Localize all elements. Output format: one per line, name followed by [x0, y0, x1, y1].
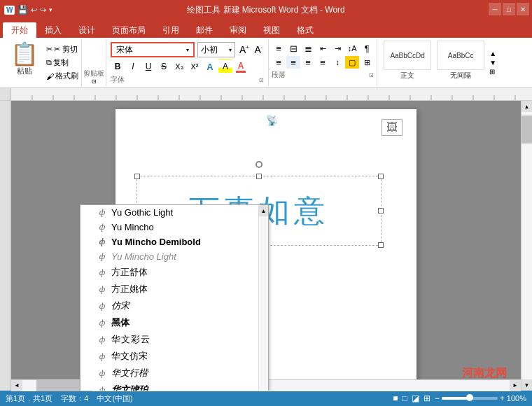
font-icon: ф	[97, 351, 107, 361]
align-center-button[interactable]: ≡	[286, 56, 300, 69]
font-shrink-button[interactable]: A-	[253, 44, 264, 55]
font-icon: ф	[97, 252, 107, 262]
decrease-indent-button[interactable]: ⇤	[316, 42, 330, 55]
font-dropdown-list: ф Yu Gothic Light ф Yu Mincho ф Yu Minch…	[80, 204, 269, 391]
paste-button[interactable]: 📋 粘贴	[6, 41, 43, 85]
tab-mail[interactable]: 邮件	[188, 22, 221, 38]
underline-button[interactable]: U	[141, 59, 155, 74]
clipboard-expand[interactable]: ⊡	[92, 78, 97, 85]
shading-button[interactable]: ▢	[345, 56, 359, 69]
tab-view[interactable]: 视图	[255, 22, 288, 38]
font-item-yuminchodlight[interactable]: ф Yu Mincho Light	[80, 249, 258, 264]
highlight-button[interactable]: A	[218, 59, 232, 74]
styles-scroll-down[interactable]: ▼	[489, 59, 496, 66]
style-normal[interactable]: AaBbCcDd 正文	[383, 41, 432, 85]
close-button[interactable]: ✕	[517, 3, 529, 15]
font-item-yuminchodemibold[interactable]: ф Yu Mincho Demibold	[80, 234, 258, 249]
borders-button[interactable]: ⊞	[360, 56, 374, 69]
view-normal[interactable]: ■	[393, 393, 398, 403]
zoom-in[interactable]: +	[500, 393, 505, 403]
styles-expand[interactable]: ⊞	[489, 68, 496, 76]
vscroll-thumb[interactable]	[522, 115, 532, 144]
format-painter-button[interactable]: 🖌 格式刷	[46, 71, 78, 81]
tab-insert[interactable]: 插入	[36, 22, 70, 38]
font-grow-button[interactable]: A+	[238, 44, 250, 55]
align-right-button[interactable]: ≡	[301, 56, 315, 69]
font-expand[interactable]: ⊡	[259, 77, 264, 83]
view-web[interactable]: ◪	[412, 393, 419, 403]
scrollbar-up[interactable]: ▲	[259, 205, 268, 216]
bold-button[interactable]: B	[111, 59, 125, 74]
font-item-label: 华文仿宋	[111, 350, 148, 363]
handle-tl[interactable]	[134, 174, 140, 179]
sort-button[interactable]: ↕A	[345, 42, 359, 55]
tab-format[interactable]: 格式	[288, 22, 322, 38]
cut-button[interactable]: ✂ ✂ 剪切	[46, 44, 78, 55]
vscroll-down[interactable]: ▼	[522, 379, 532, 391]
font-item-yugothiclight[interactable]: ф Yu Gothic Light	[80, 205, 258, 220]
line-spacing-button[interactable]: ↕	[330, 56, 344, 69]
show-marks-button[interactable]: ¶	[360, 42, 374, 55]
tab-review[interactable]: 审阅	[221, 22, 255, 38]
font-item-fzshu[interactable]: ф 方正舒体	[80, 264, 258, 281]
hscroll-left[interactable]: ◄	[11, 380, 22, 391]
font-color-button[interactable]: A	[234, 59, 248, 74]
copy-button[interactable]: ⧉ 复制	[46, 57, 78, 68]
multilevel-button[interactable]: ≣	[301, 42, 315, 55]
font-item-yumincho[interactable]: ф Yu Mincho	[80, 220, 258, 234]
ribbon: 📋 粘贴 ✂ ✂ 剪切 ⧉ 复制 🖌 格式刷 剪贴板 ⊡ 宋体 ▾	[0, 38, 532, 88]
superscript-button[interactable]: X²	[188, 59, 202, 74]
handle-mr[interactable]	[378, 208, 384, 214]
font-item-hwhangkai[interactable]: ф 华文行楷	[80, 365, 258, 382]
view-reading[interactable]: □	[402, 393, 407, 403]
minimize-button[interactable]: ─	[489, 3, 501, 15]
style-nospace[interactable]: AaBbCc 无间隔	[436, 41, 485, 85]
handle-br[interactable]	[378, 242, 384, 248]
quick-save[interactable]: 💾	[18, 5, 28, 15]
increase-indent-button[interactable]: ⇥	[330, 42, 344, 55]
handle-tr[interactable]	[378, 174, 384, 179]
align-left-button[interactable]: ≡	[272, 56, 286, 69]
tab-references[interactable]: 引用	[154, 22, 188, 38]
tab-home[interactable]: 开始	[3, 22, 36, 38]
vscroll-track	[522, 112, 532, 379]
vertical-scrollbar[interactable]: ▲ ▼	[521, 101, 532, 391]
text-effects-button[interactable]: A	[203, 59, 217, 74]
ruler-area	[0, 88, 532, 101]
font-item-fzyao[interactable]: ф 方正姚体	[80, 281, 258, 298]
para-expand[interactable]: ⊡	[369, 72, 374, 78]
rotate-handle[interactable]	[255, 161, 262, 168]
font-item-hwcaiyun[interactable]: ф 华文彩云	[80, 331, 258, 348]
numbering-button[interactable]: ⊟	[286, 42, 300, 55]
document-area: ф Yu Gothic Light ф Yu Mincho ф Yu Minch…	[11, 101, 521, 391]
strikethrough-button[interactable]: S	[157, 59, 171, 74]
font-item-heiti[interactable]: ф 黑体	[80, 314, 258, 331]
font-list-scrollbar[interactable]: ▲ ▼	[258, 205, 268, 391]
font-item-label: Yu Mincho Light	[111, 251, 176, 262]
handle-tc[interactable]	[256, 174, 262, 179]
tab-layout[interactable]: 页面布局	[104, 22, 154, 38]
font-item-hwhupo[interactable]: ф 华文琥珀	[80, 382, 258, 391]
font-name-dropdown[interactable]: 宋体 ▾	[111, 42, 195, 57]
para-group-label: 段落	[272, 70, 286, 80]
font-item-label: 仿宋	[111, 300, 130, 312]
font-size-dropdown[interactable]: 小初 ▾	[197, 42, 235, 57]
tab-design[interactable]: 设计	[70, 22, 104, 38]
font-item-fangsong[interactable]: ф 仿宋	[80, 298, 258, 314]
quick-undo[interactable]: ↩	[31, 6, 37, 15]
justify-button[interactable]: ≡	[316, 56, 330, 69]
font-item-hwfangsong[interactable]: ф 华文仿宋	[80, 348, 258, 365]
vscroll-up[interactable]: ▲	[522, 101, 532, 112]
maximize-button[interactable]: □	[503, 3, 515, 15]
zoom-out[interactable]: −	[435, 393, 440, 403]
quick-redo[interactable]: ↪	[40, 6, 46, 15]
styles-scroll-up[interactable]: ▲	[489, 50, 496, 57]
scrollbar-track	[259, 216, 268, 391]
bullets-button[interactable]: ≡	[272, 42, 286, 55]
italic-button[interactable]: I	[126, 59, 140, 74]
view-draft[interactable]: ⊞	[424, 393, 430, 403]
quick-dropdown[interactable]: ▾	[49, 6, 52, 13]
subscript-button[interactable]: X₂	[172, 59, 186, 74]
hscroll-right[interactable]: ►	[510, 380, 521, 391]
zoom-slider[interactable]: − + 100%	[435, 393, 526, 403]
